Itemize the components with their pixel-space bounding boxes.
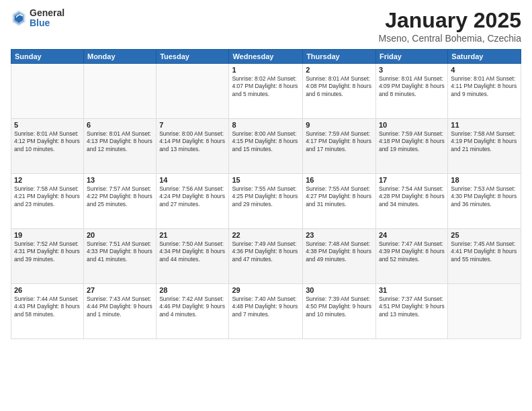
day-number: 18 [451, 176, 518, 184]
day-info: Sunrise: 8:00 AM Sunset: 4:14 PM Dayligh… [159, 130, 226, 153]
title-block: January 2025 Mseno, Central Bohemia, Cze… [379, 8, 521, 44]
day-number: 28 [159, 286, 226, 294]
day-number: 16 [306, 176, 373, 184]
table-row: 14Sunrise: 7:56 AM Sunset: 4:24 PM Dayli… [157, 174, 229, 229]
day-number: 23 [306, 231, 373, 239]
calendar-week-2: 5Sunrise: 8:01 AM Sunset: 4:12 PM Daylig… [11, 119, 521, 174]
col-monday: Monday [83, 50, 156, 64]
table-row: 7Sunrise: 8:00 AM Sunset: 4:14 PM Daylig… [157, 119, 229, 174]
col-tuesday: Tuesday [157, 50, 229, 64]
table-row: 20Sunrise: 7:51 AM Sunset: 4:33 PM Dayli… [83, 229, 156, 284]
day-info: Sunrise: 7:37 AM Sunset: 4:51 PM Dayligh… [379, 295, 445, 318]
day-number: 12 [14, 176, 81, 184]
day-info: Sunrise: 7:42 AM Sunset: 4:46 PM Dayligh… [159, 295, 226, 318]
day-number: 8 [232, 121, 300, 129]
header: General Blue January 2025 Mseno, Central… [11, 8, 521, 44]
day-number: 13 [87, 176, 153, 184]
day-info: Sunrise: 7:55 AM Sunset: 4:25 PM Dayligh… [232, 185, 300, 208]
table-row: 22Sunrise: 7:49 AM Sunset: 4:36 PM Dayli… [229, 229, 303, 284]
table-row: 15Sunrise: 7:55 AM Sunset: 4:25 PM Dayli… [229, 174, 303, 229]
day-info: Sunrise: 7:50 AM Sunset: 4:34 PM Dayligh… [159, 240, 226, 263]
calendar-week-1: 1Sunrise: 8:02 AM Sunset: 4:07 PM Daylig… [11, 64, 521, 119]
table-row: 19Sunrise: 7:52 AM Sunset: 4:31 PM Dayli… [11, 229, 84, 284]
day-info: Sunrise: 7:53 AM Sunset: 4:30 PM Dayligh… [451, 185, 518, 208]
calendar-week-4: 19Sunrise: 7:52 AM Sunset: 4:31 PM Dayli… [11, 229, 521, 284]
day-info: Sunrise: 8:01 AM Sunset: 4:13 PM Dayligh… [87, 130, 153, 153]
table-row: 29Sunrise: 7:40 AM Sunset: 4:48 PM Dayli… [229, 284, 303, 339]
logo: General Blue [11, 8, 64, 29]
day-info: Sunrise: 8:01 AM Sunset: 4:08 PM Dayligh… [306, 75, 373, 98]
table-row: 26Sunrise: 7:44 AM Sunset: 4:43 PM Dayli… [11, 284, 84, 339]
day-info: Sunrise: 7:40 AM Sunset: 4:48 PM Dayligh… [232, 295, 300, 318]
table-row: 17Sunrise: 7:54 AM Sunset: 4:28 PM Dayli… [375, 174, 447, 229]
table-row: 24Sunrise: 7:47 AM Sunset: 4:39 PM Dayli… [375, 229, 447, 284]
day-info: Sunrise: 7:57 AM Sunset: 4:22 PM Dayligh… [87, 185, 153, 208]
day-number: 31 [379, 286, 445, 294]
day-number: 6 [87, 121, 153, 129]
table-row: 23Sunrise: 7:48 AM Sunset: 4:38 PM Dayli… [303, 229, 376, 284]
table-row: 1Sunrise: 8:02 AM Sunset: 4:07 PM Daylig… [229, 64, 303, 119]
table-row: 12Sunrise: 7:58 AM Sunset: 4:21 PM Dayli… [11, 174, 84, 229]
day-number: 17 [379, 176, 445, 184]
day-info: Sunrise: 7:49 AM Sunset: 4:36 PM Dayligh… [232, 240, 300, 263]
table-row [448, 284, 521, 339]
table-row: 2Sunrise: 8:01 AM Sunset: 4:08 PM Daylig… [303, 64, 376, 119]
table-row: 5Sunrise: 8:01 AM Sunset: 4:12 PM Daylig… [11, 119, 84, 174]
col-friday: Friday [375, 50, 447, 64]
day-info: Sunrise: 7:43 AM Sunset: 4:44 PM Dayligh… [87, 295, 153, 318]
table-row: 6Sunrise: 8:01 AM Sunset: 4:13 PM Daylig… [83, 119, 156, 174]
table-row: 16Sunrise: 7:55 AM Sunset: 4:27 PM Dayli… [303, 174, 376, 229]
table-row: 18Sunrise: 7:53 AM Sunset: 4:30 PM Dayli… [448, 174, 521, 229]
day-number: 5 [14, 121, 81, 129]
calendar-week-5: 26Sunrise: 7:44 AM Sunset: 4:43 PM Dayli… [11, 284, 521, 339]
table-row: 13Sunrise: 7:57 AM Sunset: 4:22 PM Dayli… [83, 174, 156, 229]
table-row: 21Sunrise: 7:50 AM Sunset: 4:34 PM Dayli… [157, 229, 229, 284]
day-info: Sunrise: 7:59 AM Sunset: 4:17 PM Dayligh… [306, 130, 373, 153]
title-location: Mseno, Central Bohemia, Czechia [379, 33, 521, 44]
calendar-table: Sunday Monday Tuesday Wednesday Thursday… [11, 49, 521, 339]
col-saturday: Saturday [448, 50, 521, 64]
table-row [83, 64, 156, 119]
day-info: Sunrise: 7:55 AM Sunset: 4:27 PM Dayligh… [306, 185, 373, 208]
table-row: 28Sunrise: 7:42 AM Sunset: 4:46 PM Dayli… [157, 284, 229, 339]
day-number: 4 [451, 66, 518, 74]
day-number: 21 [159, 231, 226, 239]
day-info: Sunrise: 8:01 AM Sunset: 4:12 PM Dayligh… [14, 130, 81, 153]
col-wednesday: Wednesday [229, 50, 303, 64]
day-number: 9 [306, 121, 373, 129]
day-info: Sunrise: 8:00 AM Sunset: 4:15 PM Dayligh… [232, 130, 300, 153]
day-info: Sunrise: 8:01 AM Sunset: 4:09 PM Dayligh… [379, 75, 445, 98]
table-row: 27Sunrise: 7:43 AM Sunset: 4:44 PM Dayli… [83, 284, 156, 339]
calendar-header-row: Sunday Monday Tuesday Wednesday Thursday… [11, 50, 521, 64]
table-row: 31Sunrise: 7:37 AM Sunset: 4:51 PM Dayli… [375, 284, 447, 339]
day-number: 26 [14, 286, 81, 294]
title-month: January 2025 [379, 8, 521, 33]
day-number: 11 [451, 121, 518, 129]
table-row [157, 64, 229, 119]
logo-icon [11, 9, 27, 28]
day-info: Sunrise: 7:48 AM Sunset: 4:38 PM Dayligh… [306, 240, 373, 263]
day-info: Sunrise: 7:58 AM Sunset: 4:19 PM Dayligh… [451, 130, 518, 153]
logo-general-text: General [30, 8, 64, 18]
page: General Blue January 2025 Mseno, Central… [0, 0, 532, 411]
day-number: 24 [379, 231, 445, 239]
col-thursday: Thursday [303, 50, 376, 64]
col-sunday: Sunday [11, 50, 84, 64]
day-number: 1 [232, 66, 300, 74]
table-row: 30Sunrise: 7:39 AM Sunset: 4:50 PM Dayli… [303, 284, 376, 339]
day-number: 19 [14, 231, 81, 239]
day-info: Sunrise: 7:39 AM Sunset: 4:50 PM Dayligh… [306, 295, 373, 318]
day-number: 30 [306, 286, 373, 294]
logo-text: General Blue [30, 8, 64, 29]
day-number: 2 [306, 66, 373, 74]
day-info: Sunrise: 7:54 AM Sunset: 4:28 PM Dayligh… [379, 185, 445, 208]
day-info: Sunrise: 7:44 AM Sunset: 4:43 PM Dayligh… [14, 295, 81, 318]
day-number: 15 [232, 176, 300, 184]
table-row [11, 64, 84, 119]
table-row: 9Sunrise: 7:59 AM Sunset: 4:17 PM Daylig… [303, 119, 376, 174]
day-number: 22 [232, 231, 300, 239]
day-info: Sunrise: 7:51 AM Sunset: 4:33 PM Dayligh… [87, 240, 153, 263]
table-row: 4Sunrise: 8:01 AM Sunset: 4:11 PM Daylig… [448, 64, 521, 119]
day-number: 25 [451, 231, 518, 239]
day-number: 29 [232, 286, 300, 294]
